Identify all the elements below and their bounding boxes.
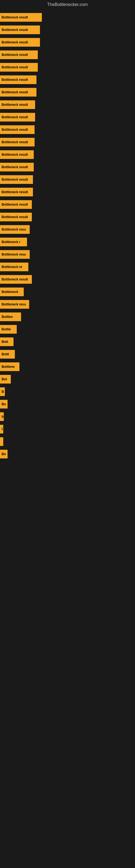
bars-container: Bottleneck resultBottleneck resultBottle…	[0, 9, 135, 464]
bar-label-1: Bottleneck result	[2, 28, 28, 32]
bar-row: Bottleneck result	[0, 99, 135, 110]
bar-row	[0, 436, 135, 447]
bar-row: Bottl	[0, 349, 135, 360]
bar-19: Bottleneck resu	[0, 250, 30, 259]
bar-31: Bo	[0, 400, 8, 408]
bar-row: Bottleneck result	[0, 112, 135, 123]
bar-label-21: Bottleneck result	[2, 278, 28, 281]
bar-label-15: Bottleneck result	[2, 203, 28, 207]
bar-row: Bottleneck result	[0, 12, 135, 23]
bar-row: Bottleneck result	[0, 199, 135, 210]
bar-35: Bo	[0, 450, 8, 458]
bar-23: Bottleneck resu	[0, 300, 29, 309]
bar-label-28: Bottlene	[2, 365, 14, 369]
bar-26: Bott	[0, 337, 13, 346]
bar-row: Bottleneck result	[0, 74, 135, 85]
bar-32: b	[0, 412, 4, 421]
site-title: TheBottlenecker.com	[0, 0, 135, 9]
bar-4: Bottleneck result	[0, 63, 38, 72]
bar-label-4: Bottleneck result	[2, 65, 28, 69]
bar-row: Bo	[0, 399, 135, 410]
bar-row: Bottleneck result	[0, 37, 135, 48]
bar-label-32: b	[2, 415, 3, 418]
bar-label-27: Bottl	[2, 352, 9, 356]
bar-34	[0, 437, 3, 446]
bar-21: Bottleneck result	[0, 275, 32, 284]
bar-row: Bottleneck result	[0, 149, 135, 160]
bar-row: Bottleneck result	[0, 187, 135, 197]
bar-row: Bott	[0, 336, 135, 347]
bar-label-0: Bottleneck result	[2, 16, 28, 19]
bar-row: Bottleneck result	[0, 174, 135, 185]
bar-label-17: Bottleneck resu	[2, 227, 26, 231]
bar-6: Bottleneck result	[0, 88, 37, 97]
bar-label-9: Bottleneck result	[2, 128, 28, 131]
bar-row: Bottleneck result	[0, 62, 135, 73]
bar-row: Bottleneck resu	[0, 224, 135, 235]
bar-label-30: B	[2, 390, 4, 394]
bar-3: Bottleneck result	[0, 51, 38, 59]
bar-20: Bottleneck re	[0, 262, 28, 271]
bar-row: Bottleneck result	[0, 212, 135, 222]
bar-25: Bottle	[0, 325, 17, 334]
bar-row: Bottleneck result	[0, 274, 135, 285]
bar-13: Bottleneck result	[0, 175, 33, 184]
bar-label-22: Bottleneck	[2, 290, 18, 294]
bar-row: Bottleneck r	[0, 237, 135, 247]
bar-label-23: Bottleneck resu	[2, 303, 26, 306]
bar-label-19: Bottleneck resu	[2, 252, 26, 256]
bar-label-13: Bottleneck result	[2, 178, 28, 182]
bar-row: Bottleneck result	[0, 50, 135, 60]
bar-29: Bot	[0, 375, 11, 383]
bar-27: Bottl	[0, 350, 15, 359]
bar-label-29: Bot	[2, 377, 7, 381]
bar-row: Bottlene	[0, 361, 135, 372]
bar-label-12: Bottleneck result	[2, 165, 28, 169]
bar-18: Bottleneck r	[0, 238, 27, 246]
bar-7: Bottleneck result	[0, 100, 35, 109]
bar-17: Bottleneck resu	[0, 225, 30, 234]
bar-5: Bottleneck result	[0, 75, 37, 84]
bar-row: Bottleneck result	[0, 24, 135, 35]
bar-row: Bottlen	[0, 311, 135, 322]
bar-row: Bottleneck	[0, 286, 135, 297]
bar-11: Bottleneck result	[0, 150, 34, 159]
bar-30: B	[0, 388, 5, 396]
bar-33: I	[0, 425, 3, 433]
bar-8: Bottleneck result	[0, 113, 35, 122]
bar-1: Bottleneck result	[0, 26, 40, 34]
bar-row: Bottleneck result	[0, 87, 135, 98]
bar-row: Bottleneck resu	[0, 249, 135, 260]
bar-label-8: Bottleneck result	[2, 115, 28, 119]
bar-label-3: Bottleneck result	[2, 53, 28, 57]
bar-row: Bottleneck result	[0, 124, 135, 135]
bar-row: b	[0, 411, 135, 422]
bar-row: Bottleneck resu	[0, 299, 135, 310]
bar-14: Bottleneck result	[0, 188, 33, 196]
bar-row: Bottle	[0, 324, 135, 335]
bar-label-10: Bottleneck result	[2, 140, 28, 144]
bar-24: Bottlen	[0, 312, 21, 321]
bar-label-25: Bottle	[2, 328, 11, 331]
bar-15: Bottleneck result	[0, 200, 32, 209]
bar-label-20: Bottleneck re	[2, 265, 22, 269]
bar-label-7: Bottleneck result	[2, 103, 28, 106]
bar-12: Bottleneck result	[0, 163, 34, 172]
bar-2: Bottleneck result	[0, 38, 40, 46]
bar-0: Bottleneck result	[0, 13, 42, 22]
bar-row: Bottleneck result	[0, 137, 135, 148]
bar-label-24: Bottlen	[2, 315, 13, 319]
bar-row: Bot	[0, 374, 135, 384]
bar-label-5: Bottleneck result	[2, 78, 28, 82]
bar-label-14: Bottleneck result	[2, 190, 28, 194]
bar-row: B	[0, 386, 135, 397]
bar-label-18: Bottleneck r	[2, 240, 20, 244]
bar-10: Bottleneck result	[0, 138, 35, 147]
bar-22: Bottleneck	[0, 287, 24, 296]
bar-label-35: Bo	[2, 452, 6, 456]
bar-label-16: Bottleneck result	[2, 215, 28, 219]
bar-row: Bottleneck result	[0, 162, 135, 173]
bar-row: Bottleneck re	[0, 261, 135, 272]
bar-28: Bottlene	[0, 362, 19, 371]
bar-label-6: Bottleneck result	[2, 90, 28, 94]
